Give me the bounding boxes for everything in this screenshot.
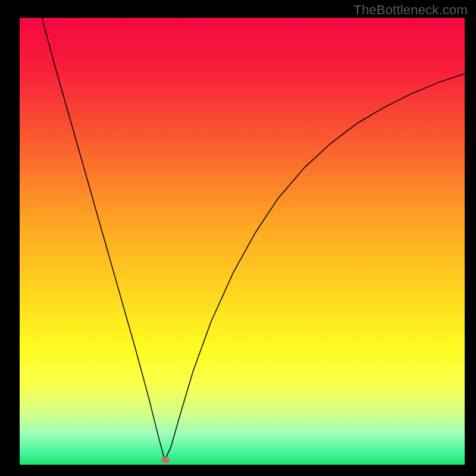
watermark-text: TheBottleneck.com	[353, 2, 468, 18]
curve-path	[42, 18, 465, 460]
chart-stage: TheBottleneck.com	[0, 0, 476, 476]
plot-area	[20, 18, 465, 465]
bottleneck-curve	[20, 18, 465, 465]
minimum-marker	[161, 457, 170, 463]
